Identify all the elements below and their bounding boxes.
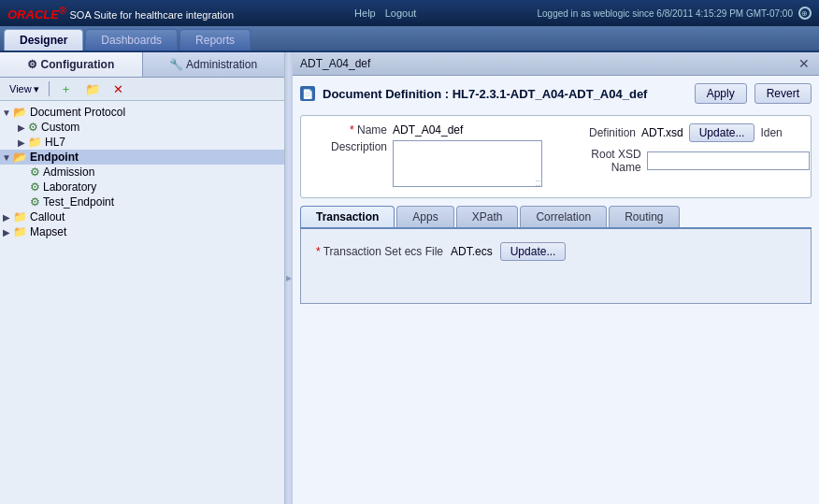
right-panel: ADT_A04_def ✕ 📄 Document Definition : HL… bbox=[293, 52, 819, 504]
view-dropdown[interactable]: View ▾ bbox=[6, 82, 43, 96]
root-xsd-row: Root XSD Name bbox=[561, 148, 810, 174]
add-icon: + bbox=[59, 81, 74, 96]
tree-panel: ▼ 📂 Document Protocol ▶ ⚙ Custom ▶ 📁 HL7… bbox=[0, 101, 284, 504]
transaction-set-value: ADT.ecs bbox=[451, 245, 493, 258]
tree-label-doc-protocol: Document Protocol bbox=[30, 106, 125, 119]
folder-icon-doc-protocol: 📂 bbox=[13, 106, 27, 119]
name-row: Name ADT_A04_def bbox=[312, 123, 542, 137]
topbar: ORACLE® SOA Suite for healthcare integra… bbox=[0, 0, 819, 26]
expander-mapset[interactable]: ▶ bbox=[0, 225, 13, 238]
root-xsd-label: Root XSD Name bbox=[561, 148, 641, 174]
sub-tabs: ⚙ Configuration 🔧 Administration bbox=[0, 52, 284, 78]
tree-toolbar: View ▾ + 📁 ✕ bbox=[0, 78, 284, 101]
tree-item-doc-protocol[interactable]: ▼ 📂 Document Protocol bbox=[0, 105, 284, 120]
left-panel: ⚙ Configuration 🔧 Administration View ▾ … bbox=[0, 52, 285, 504]
tree-item-hl7[interactable]: ▶ 📁 HL7 bbox=[0, 135, 284, 150]
view-chevron-icon: ▾ bbox=[34, 83, 39, 95]
name-value: ADT_A04_def bbox=[393, 123, 463, 137]
definition-value: ADT.xsd bbox=[641, 126, 683, 139]
doc-panel-header: ADT_A04_def ✕ bbox=[293, 52, 819, 76]
transaction-row: Transaction Set ecs File ADT.ecs Update.… bbox=[312, 242, 799, 261]
admin-icon: 🔧 bbox=[169, 58, 183, 71]
tab-dashboards[interactable]: Dashboards bbox=[85, 29, 178, 50]
iden-label: Iden bbox=[760, 126, 782, 139]
right-form-col: Definition ADT.xsd Update... Iden Root X… bbox=[561, 123, 810, 190]
session-info: Logged in as weblogic since 6/8/2011 4:1… bbox=[537, 8, 793, 19]
description-textarea[interactable] bbox=[393, 140, 542, 187]
folder-icon-mapset: 📁 bbox=[13, 225, 27, 238]
subtab-configuration[interactable]: ⚙ Configuration bbox=[0, 52, 143, 77]
globe-icon: ⊕ bbox=[798, 7, 812, 20]
tree-item-endpoint[interactable]: ▼ 📂 Endpoint bbox=[0, 150, 284, 165]
name-label: Name bbox=[312, 123, 387, 137]
expander-doc-protocol[interactable]: ▼ bbox=[0, 106, 13, 119]
tab-routing[interactable]: Routing bbox=[609, 206, 679, 227]
folder-icon-hl7: 📁 bbox=[28, 136, 42, 149]
tab-correlation[interactable]: Correlation bbox=[520, 206, 607, 227]
tree-label-endpoint: Endpoint bbox=[30, 151, 79, 164]
tree-label-admission: Admission bbox=[43, 166, 94, 179]
revert-button[interactable]: Revert bbox=[754, 83, 812, 104]
tree-label-callout: Callout bbox=[30, 210, 65, 223]
tab-apps[interactable]: Apps bbox=[396, 206, 453, 227]
folder-button[interactable]: 📁 bbox=[81, 80, 104, 97]
help-link[interactable]: Help bbox=[354, 7, 376, 19]
close-button[interactable]: ✕ bbox=[797, 56, 812, 71]
tab-designer[interactable]: Designer bbox=[4, 29, 83, 50]
tree-item-test-endpoint[interactable]: ⚙ Test_Endpoint bbox=[0, 194, 284, 209]
folder-icon-callout: 📁 bbox=[13, 210, 27, 223]
logout-link[interactable]: Logout bbox=[385, 7, 417, 19]
tree-item-custom[interactable]: ▶ ⚙ Custom bbox=[0, 120, 284, 135]
folder-icon-endpoint: 📂 bbox=[13, 151, 27, 164]
left-splitter[interactable] bbox=[285, 52, 293, 504]
doc-panel-title: ADT_A04_def bbox=[300, 57, 370, 70]
expander-hl7[interactable]: ▶ bbox=[15, 136, 28, 149]
expander-callout[interactable]: ▶ bbox=[0, 210, 13, 223]
main-area: ⚙ Configuration 🔧 Administration View ▾ … bbox=[0, 52, 819, 504]
def-icon: 📄 bbox=[300, 86, 315, 101]
tab-xpath[interactable]: XPath bbox=[456, 206, 519, 227]
gear-icon-laboratory: ⚙ bbox=[30, 180, 40, 194]
delete-icon: ✕ bbox=[111, 81, 126, 96]
tree-item-mapset[interactable]: ▶ 📁 Mapset bbox=[0, 224, 284, 239]
tree-item-laboratory[interactable]: ⚙ Laboratory bbox=[0, 180, 284, 194]
folder-icon: 📁 bbox=[85, 81, 100, 96]
topbar-links: Help Logout bbox=[354, 7, 416, 19]
add-button[interactable]: + bbox=[55, 80, 78, 97]
tree-label-hl7: HL7 bbox=[45, 136, 65, 149]
toolbar-separator-1 bbox=[49, 81, 50, 96]
expander-custom[interactable]: ▶ bbox=[15, 121, 28, 134]
tree-item-admission[interactable]: ⚙ Admission bbox=[0, 165, 284, 180]
tree-label-laboratory: Laboratory bbox=[43, 180, 96, 194]
subtab-administration[interactable]: 🔧 Administration bbox=[143, 52, 285, 77]
def-title: Document Definition : HL7-2.3.1-ADT_A04-… bbox=[323, 87, 687, 101]
tab-transaction[interactable]: Transaction bbox=[300, 206, 395, 227]
gear-icon-admission: ⚙ bbox=[30, 166, 40, 179]
definition-update-button[interactable]: Update... bbox=[689, 123, 755, 142]
expander-endpoint[interactable]: ▼ bbox=[0, 151, 13, 164]
tree-label-test-endpoint: Test_Endpoint bbox=[43, 195, 114, 209]
content-tabs: Transaction Apps XPath Correlation Routi… bbox=[300, 206, 812, 229]
description-label: Description bbox=[312, 140, 387, 153]
def-header: 📄 Document Definition : HL7-2.3.1-ADT_A0… bbox=[300, 83, 812, 104]
config-icon: ⚙ bbox=[27, 58, 37, 71]
view-label: View bbox=[9, 83, 32, 94]
tab-content-area: Transaction Set ecs File ADT.ecs Update.… bbox=[300, 229, 812, 304]
app-subtitle: SOA Suite for healthcare integration bbox=[70, 9, 235, 21]
tab-reports[interactable]: Reports bbox=[180, 29, 251, 50]
tree-label-custom: Custom bbox=[41, 121, 79, 134]
apply-button[interactable]: Apply bbox=[695, 83, 747, 104]
description-row: Description :: bbox=[312, 140, 542, 190]
transaction-update-button[interactable]: Update... bbox=[500, 242, 567, 261]
transaction-set-label: Transaction Set ecs File bbox=[312, 245, 443, 258]
oracle-logo: ORACLE® SOA Suite for healthcare integra… bbox=[7, 5, 234, 22]
tree-label-mapset: Mapset bbox=[30, 225, 66, 238]
tree-item-callout[interactable]: ▶ 📁 Callout bbox=[0, 209, 284, 224]
definition-row: Definition ADT.xsd Update... Iden bbox=[561, 123, 810, 142]
doc-content: 📄 Document Definition : HL7-2.3.1-ADT_A0… bbox=[293, 76, 819, 504]
gear-icon-custom: ⚙ bbox=[28, 121, 38, 134]
delete-button[interactable]: ✕ bbox=[108, 80, 130, 97]
definition-label: Definition bbox=[561, 126, 636, 139]
root-xsd-input[interactable] bbox=[647, 151, 810, 170]
gear-icon-test-endpoint: ⚙ bbox=[30, 195, 40, 209]
